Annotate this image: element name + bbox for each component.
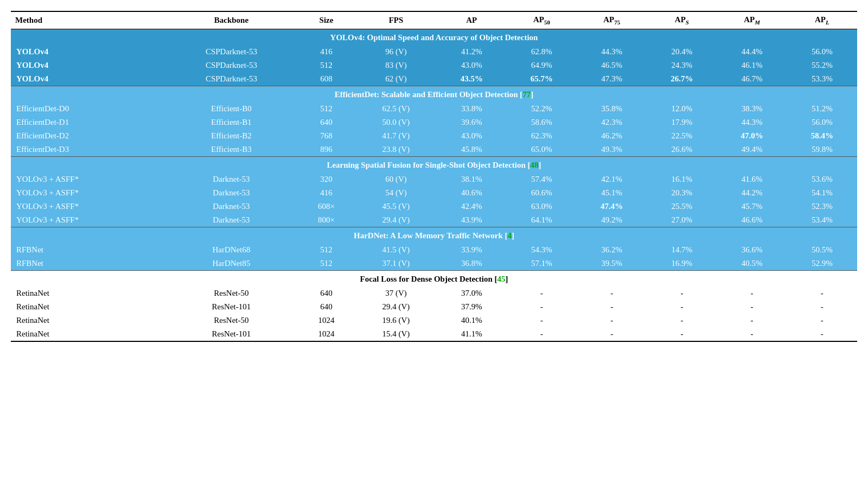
cell-ap: 39.6% (437, 116, 507, 129)
cell-ap50: 64.1% (507, 213, 577, 227)
cell-backbone: CSPDarknet-53 (165, 72, 297, 86)
cell-method: RetinaNet (11, 300, 165, 314)
cell-backbone: HarDNet85 (165, 257, 297, 271)
cell-ap50: 62.8% (507, 45, 577, 59)
cell-fps: 60 (V) (355, 173, 436, 186)
cell-ap50: 63.0% (507, 200, 577, 213)
cell-fps: 15.4 (V) (355, 327, 436, 341)
cell-ap50: - (507, 300, 577, 314)
cell-apm: 46.6% (717, 213, 787, 227)
cell-size: 512 (297, 102, 356, 116)
cell-ap75: 46.5% (577, 59, 647, 72)
cell-ap: 42.4% (437, 200, 507, 213)
header-aps: APS (647, 11, 717, 29)
table-wrapper: Method Backbone Size FPS AP AP50 AP75 AP… (11, 11, 857, 342)
cell-method: YOLOv3 + ASFF* (11, 200, 165, 213)
cell-ap: 40.6% (437, 186, 507, 200)
cell-ap75: 45.1% (577, 186, 647, 200)
header-size: Size (297, 11, 356, 29)
cell-ap50: 58.6% (507, 116, 577, 129)
cell-size: 512 (297, 257, 356, 271)
cell-aps: - (647, 327, 717, 341)
cell-ap75: 35.8% (577, 102, 647, 116)
cell-ap50: - (507, 327, 577, 341)
cell-fps: 45.5 (V) (355, 200, 436, 213)
cell-fps: 37.1 (V) (355, 257, 436, 271)
cell-ap50: 52.2% (507, 102, 577, 116)
cell-backbone: CSPDarknet-53 (165, 59, 297, 72)
cell-fps: 23.8 (V) (355, 143, 436, 157)
header-backbone: Backbone (165, 11, 297, 29)
cell-apl: 52.9% (787, 257, 857, 271)
cell-size: 640 (297, 287, 356, 300)
cell-aps: - (647, 300, 717, 314)
cell-size: 512 (297, 243, 356, 257)
cell-method: RFBNet (11, 257, 165, 271)
cell-ap50: 57.4% (507, 173, 577, 186)
cell-ap50: 60.6% (507, 186, 577, 200)
cell-fps: 19.6 (V) (355, 314, 436, 327)
cell-apm: 44.2% (717, 186, 787, 200)
cell-apm: 46.7% (717, 72, 787, 86)
cell-size: 1024 (297, 314, 356, 327)
header-method: Method (11, 11, 165, 29)
cell-apm: 49.4% (717, 143, 787, 157)
cell-method: RetinaNet (11, 287, 165, 300)
table-row: RetinaNetResNet-5064037 (V)37.0%----- (11, 287, 857, 300)
table-row: YOLOv3 + ASFF*Darknet-5332060 (V)38.1%57… (11, 173, 857, 186)
cell-size: 416 (297, 186, 356, 200)
section-title: EfficientDet: Scalable and Efficient Obj… (11, 86, 857, 103)
cell-backbone: CSPDarknet-53 (165, 45, 297, 59)
header-ap75: AP75 (577, 11, 647, 29)
cell-apm: 46.1% (717, 59, 787, 72)
cell-ap75: 46.2% (577, 129, 647, 143)
cell-size: 640 (297, 116, 356, 129)
cell-ap50: 57.1% (507, 257, 577, 271)
cell-apm: 47.0% (717, 129, 787, 143)
section-title: HarDNet: A Low Memory Traffic Network [4… (11, 227, 857, 244)
cell-apm: 45.7% (717, 200, 787, 213)
cell-size: 768 (297, 129, 356, 143)
header-apm: APM (717, 11, 787, 29)
cell-aps: - (647, 287, 717, 300)
cell-method: RetinaNet (11, 314, 165, 327)
cell-aps: 16.9% (647, 257, 717, 271)
cell-ap50: 64.9% (507, 59, 577, 72)
table-row: YOLOv3 + ASFF*Darknet-53608×45.5 (V)42.4… (11, 200, 857, 213)
cell-apl: - (787, 287, 857, 300)
cell-size: 512 (297, 59, 356, 72)
section-header-row: YOLOv4: Optimal Speed and Accuracy of Ob… (11, 29, 857, 46)
cell-method: EfficientDet-D2 (11, 129, 165, 143)
cell-apl: 53.4% (787, 213, 857, 227)
cell-method: EfficientDet-D3 (11, 143, 165, 157)
header-ap: AP (437, 11, 507, 29)
section-header-row: EfficientDet: Scalable and Efficient Obj… (11, 86, 857, 103)
cell-backbone: Darknet-53 (165, 173, 297, 186)
cell-size: 416 (297, 45, 356, 59)
cell-ap: 33.8% (437, 102, 507, 116)
section-title: Focal Loss for Dense Object Detection [4… (11, 271, 857, 287)
cell-backbone: ResNet-50 (165, 287, 297, 300)
table-row: RFBNetHarDNet6851241.5 (V)33.9%54.3%36.2… (11, 243, 857, 257)
cell-aps: 20.3% (647, 186, 717, 200)
cell-aps: 24.3% (647, 59, 717, 72)
cell-fps: 41.5 (V) (355, 243, 436, 257)
cell-backbone: Darknet-53 (165, 200, 297, 213)
cell-apl: 53.3% (787, 72, 857, 86)
cell-fps: 37 (V) (355, 287, 436, 300)
section-title: YOLOv4: Optimal Speed and Accuracy of Ob… (11, 29, 857, 46)
cell-size: 800× (297, 213, 356, 227)
cell-aps: - (647, 314, 717, 327)
cell-apl: 55.2% (787, 59, 857, 72)
cell-apl: - (787, 300, 857, 314)
cell-method: EfficientDet-D1 (11, 116, 165, 129)
cell-method: YOLOv3 + ASFF* (11, 173, 165, 186)
cell-aps: 17.9% (647, 116, 717, 129)
section-header-row: Learning Spatial Fusion for Single-Shot … (11, 157, 857, 173)
table-row: RetinaNetResNet-10164029.4 (V)37.9%----- (11, 300, 857, 314)
cell-fps: 62 (V) (355, 72, 436, 86)
cell-fps: 96 (V) (355, 45, 436, 59)
cell-ap50: 54.3% (507, 243, 577, 257)
cell-ap: 37.0% (437, 287, 507, 300)
cell-ap75: 42.1% (577, 173, 647, 186)
